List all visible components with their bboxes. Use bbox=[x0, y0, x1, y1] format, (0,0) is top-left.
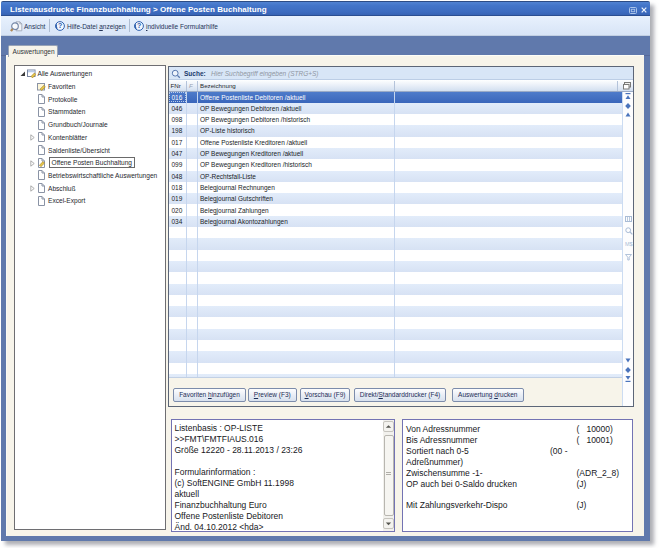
svg-text:?: ? bbox=[137, 22, 141, 29]
svg-text:?: ? bbox=[58, 22, 62, 29]
